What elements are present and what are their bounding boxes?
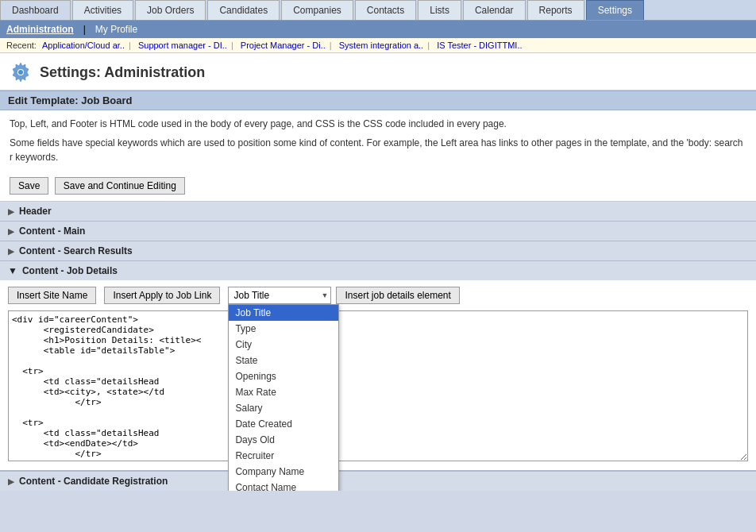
settings-icon — [10, 61, 32, 83]
tab-reports[interactable]: Reports — [527, 0, 584, 20]
dropdown-item-recruiter[interactable]: Recruiter — [229, 448, 338, 464]
dropdown-item-salary[interactable]: Salary — [229, 400, 338, 416]
tab-job-orders[interactable]: Job Orders — [135, 0, 206, 20]
content-candidate-section: ▶ Content - Candidate Registration — [0, 471, 756, 491]
header-arrow-icon: ▶ — [8, 207, 14, 216]
subnav-administration[interactable]: Administration — [6, 24, 74, 35]
recent-item-3[interactable]: Project Manager - Di.. — [241, 40, 326, 50]
save-continue-button[interactable]: Save and Continue Editing — [55, 177, 185, 195]
content-main-toggle[interactable]: ▶ Content - Main — [0, 222, 756, 241]
content-main-arrow-icon: ▶ — [8, 227, 14, 236]
recent-item-2[interactable]: Support manager - DI.. — [138, 40, 227, 50]
insert-element-button[interactable]: Insert job details element — [336, 287, 459, 304]
tab-dashboard[interactable]: Dashboard — [0, 0, 71, 20]
content-job-details-label: Content - Job Details — [22, 265, 118, 276]
dropdown-item-company-name[interactable]: Company Name — [229, 464, 338, 480]
recent-item-1[interactable]: Application/Cloud ar.. — [42, 40, 125, 50]
content-main-section: ▶ Content - Main — [0, 222, 756, 241]
header-section-toggle[interactable]: ▶ Header — [0, 202, 756, 221]
main-content: Settings: Administration Edit Template: … — [0, 53, 756, 491]
header-section-label: Header — [19, 206, 52, 217]
content-candidate-toggle[interactable]: ▶ Content - Candidate Registration — [0, 472, 756, 491]
recent-item-4[interactable]: System integration a.. — [339, 40, 423, 50]
insert-apply-button[interactable]: Insert Apply to Job Link — [104, 287, 220, 304]
content-search-toggle[interactable]: ▶ Content - Search Results — [0, 241, 756, 260]
content-candidate-label: Content - Candidate Registration — [19, 476, 168, 487]
content-search-label: Content - Search Results — [19, 245, 133, 256]
tab-calendar[interactable]: Calendar — [463, 0, 526, 20]
job-details-dropdown[interactable]: Job TitleTypeCityStateOpeningsMax RateSa… — [228, 287, 331, 304]
dropdown-item-days-old[interactable]: Days Old — [229, 432, 338, 448]
dropdown-item-type[interactable]: Type — [229, 321, 338, 337]
dropdown-item-state[interactable]: State — [229, 353, 338, 368]
dropdown-item-city[interactable]: City — [229, 337, 338, 353]
textarea-wrapper — [8, 310, 748, 464]
tab-candidates[interactable]: Candidates — [207, 0, 280, 20]
content-candidate-arrow-icon: ▶ — [8, 477, 14, 486]
job-details-body: Insert Site Name Insert Apply to Job Lin… — [0, 280, 756, 470]
dropdown-item-contact-name[interactable]: Contact Name — [229, 480, 338, 491]
job-details-dropdown-container: Job TitleTypeCityStateOpeningsMax RateSa… — [228, 287, 331, 304]
description-2: Some fields have special keywords which … — [0, 134, 756, 171]
top-navigation: Dashboard Activities Job Orders Candidat… — [0, 0, 756, 21]
svg-point-2 — [18, 70, 23, 75]
dropdown-list: Job Title Type City State Openings Max R… — [228, 304, 339, 491]
dropdown-item-date-created[interactable]: Date Created — [229, 416, 338, 432]
recent-label: Recent: — [6, 40, 37, 50]
dropdown-item-max-rate[interactable]: Max Rate — [229, 384, 338, 400]
dropdown-item-openings[interactable]: Openings — [229, 368, 338, 384]
tab-lists[interactable]: Lists — [418, 0, 461, 20]
page-title: Settings: Administration — [40, 64, 205, 81]
recent-bar: Recent: Application/Cloud ar.. | Support… — [0, 38, 756, 53]
content-main-label: Content - Main — [19, 226, 85, 237]
description-1: Top, Left, and Footer is HTML code used … — [0, 110, 756, 134]
tab-settings[interactable]: Settings — [586, 0, 644, 20]
content-job-details-section: ▼ Content - Job Details Insert Site Name… — [0, 261, 756, 471]
content-job-details-arrow-icon: ▼ — [8, 265, 17, 276]
dropdown-item-job-title[interactable]: Job Title — [229, 305, 338, 321]
tab-companies[interactable]: Companies — [281, 0, 353, 20]
buttons-row: Save Save and Continue Editing — [0, 171, 756, 202]
content-job-details-toggle[interactable]: ▼ Content - Job Details — [0, 261, 756, 280]
insert-site-name-button[interactable]: Insert Site Name — [8, 287, 96, 304]
tab-activities[interactable]: Activities — [72, 0, 133, 20]
section-title: Edit Template: Job Board — [0, 91, 756, 110]
toolbar-row: Insert Site Name Insert Apply to Job Lin… — [8, 287, 748, 304]
tab-contacts[interactable]: Contacts — [355, 0, 416, 20]
dropdown-wrapper: Job TitleTypeCityStateOpeningsMax RateSa… — [228, 287, 331, 304]
recent-item-5[interactable]: IS Tester - DIGITTMI.. — [437, 40, 522, 50]
sub-navigation: Administration | My Profile — [0, 21, 756, 38]
header-section: ▶ Header — [0, 202, 756, 222]
save-button[interactable]: Save — [10, 177, 48, 195]
page-header: Settings: Administration — [0, 53, 756, 91]
content-search-arrow-icon: ▶ — [8, 247, 14, 256]
content-search-section: ▶ Content - Search Results — [0, 241, 756, 261]
subnav-my-profile[interactable]: My Profile — [95, 24, 137, 35]
code-editor[interactable] — [8, 310, 748, 461]
